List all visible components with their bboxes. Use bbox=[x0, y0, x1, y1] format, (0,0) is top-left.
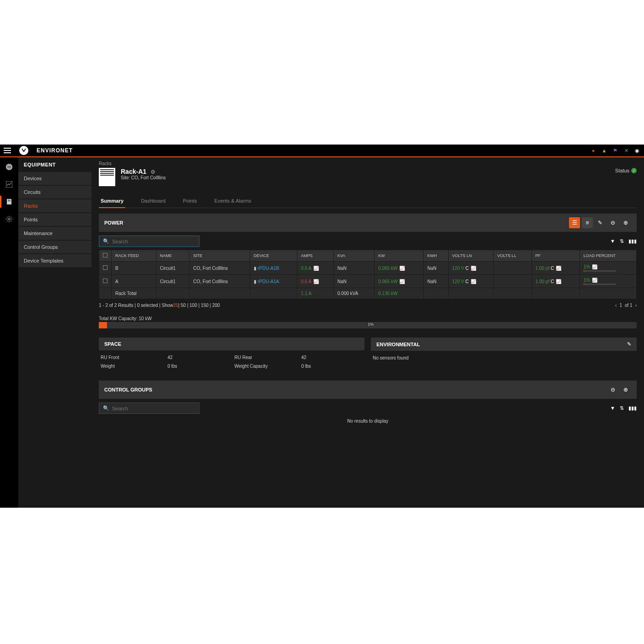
row-checkbox[interactable] bbox=[103, 279, 107, 283]
rail-equipment-icon[interactable] bbox=[5, 198, 13, 206]
chart-icon[interactable]: 📈 bbox=[592, 264, 597, 269]
view-grid-button[interactable]: ☰ bbox=[569, 217, 580, 228]
table-row: A Circuit1 CO, Fort Collllins ▮ rPDU-A1A… bbox=[99, 275, 637, 288]
cg-add-button[interactable]: ⊕ bbox=[620, 384, 631, 395]
main-content: Racks Rack-A1 ⚙ Site: CO, Fort Collllins… bbox=[91, 157, 644, 508]
columns-icon[interactable]: ▮▮▮ bbox=[628, 238, 637, 244]
page-subtitle: Site: CO, Fort Collllins bbox=[121, 175, 166, 180]
sidebar-item-control-groups[interactable]: Control Groups bbox=[18, 241, 91, 253]
user-icon[interactable]: ◉ bbox=[634, 147, 640, 154]
cg-remove-button[interactable]: ⊖ bbox=[607, 384, 618, 395]
tab-dashboard[interactable]: Dashboard bbox=[139, 194, 167, 208]
view-list-button[interactable]: ≡ bbox=[582, 217, 593, 228]
chart-icon[interactable]: 📈 bbox=[556, 266, 561, 271]
rack-icon bbox=[99, 168, 115, 186]
table-row-total: Rack Total 1.1 A0.000 kVA0.130 kW bbox=[99, 288, 637, 299]
tools-icon[interactable]: ⚑ bbox=[612, 147, 618, 154]
chart-icon[interactable]: 📈 bbox=[399, 279, 405, 284]
sidebar: EQUIPMENT Devices Circuits Racks Points … bbox=[18, 157, 91, 508]
edit-env-icon[interactable]: ✎ bbox=[627, 341, 631, 347]
add-button[interactable]: ⊕ bbox=[620, 217, 631, 228]
search-icon: 🔍 bbox=[103, 238, 109, 244]
tabs: Summary Dashboard Points Events & Alarms bbox=[99, 194, 637, 208]
environmental-panel: ENVIRONMENTAL✎ No sensors found bbox=[371, 338, 637, 373]
edit-button[interactable]: ✎ bbox=[595, 217, 606, 228]
table-row: B Circuit1 CO, Fort Collllins ▮ rPDU-A1B… bbox=[99, 262, 637, 275]
device-link[interactable]: rPDU-A1B bbox=[258, 266, 279, 271]
chart-icon[interactable]: 📈 bbox=[399, 266, 405, 271]
sidebar-item-device-templates[interactable]: Device Templates bbox=[18, 254, 91, 267]
sidebar-item-points[interactable]: Points bbox=[18, 213, 91, 226]
sort-icon[interactable]: ⇅ bbox=[620, 405, 624, 411]
status-badge: Status ✓ bbox=[615, 168, 637, 173]
chart-icon[interactable]: 📈 bbox=[471, 279, 476, 284]
rail-chart-icon[interactable] bbox=[5, 180, 13, 188]
rail-globe-icon[interactable] bbox=[5, 163, 13, 171]
sidebar-item-maintenance[interactable]: Maintenance bbox=[18, 227, 91, 240]
sidebar-item-devices[interactable]: Devices bbox=[18, 172, 91, 185]
hamburger-icon[interactable] bbox=[4, 148, 11, 153]
tab-events[interactable]: Events & Alarms bbox=[213, 194, 253, 208]
rail-settings-icon[interactable] bbox=[5, 215, 13, 223]
capacity-bar: 1% bbox=[99, 322, 637, 328]
remove-button[interactable]: ⊖ bbox=[607, 217, 618, 228]
logo-icon bbox=[19, 146, 28, 155]
sort-icon[interactable]: ⇅ bbox=[620, 238, 624, 244]
select-all-checkbox[interactable] bbox=[103, 253, 107, 258]
chart-icon[interactable]: 📈 bbox=[592, 278, 597, 283]
sidebar-title: EQUIPMENT bbox=[18, 157, 91, 172]
svg-rect-3 bbox=[8, 200, 11, 200]
svg-point-5 bbox=[8, 218, 10, 220]
sidebar-item-circuits[interactable]: Circuits bbox=[18, 186, 91, 199]
brand: ENVIRONET bbox=[37, 147, 73, 154]
gear-icon[interactable]: ⚙ bbox=[150, 169, 156, 175]
pager: 1 - 2 of 2 Results | 0 selected | Show 2… bbox=[99, 303, 637, 308]
breadcrumb[interactable]: Racks bbox=[99, 161, 637, 166]
prev-page-icon[interactable]: ‹ bbox=[615, 303, 617, 308]
chart-icon[interactable]: 📈 bbox=[313, 279, 319, 284]
power-search[interactable]: 🔍 bbox=[99, 236, 199, 247]
cg-no-results: No results to display bbox=[99, 414, 637, 428]
cg-search-input[interactable] bbox=[112, 406, 195, 411]
alert-warning-icon[interactable]: ▲ bbox=[601, 147, 607, 154]
filter-icon[interactable]: ▼ bbox=[610, 405, 615, 411]
device-link[interactable]: rPDU-A1A bbox=[258, 279, 279, 284]
next-page-icon[interactable]: › bbox=[635, 303, 637, 308]
sidebar-item-racks[interactable]: Racks bbox=[18, 199, 91, 212]
cg-section-header: CONTROL GROUPS ⊖ ⊕ bbox=[99, 381, 637, 399]
tab-points[interactable]: Points bbox=[181, 194, 199, 208]
cg-search[interactable]: 🔍 bbox=[99, 402, 199, 414]
tab-summary[interactable]: Summary bbox=[99, 194, 125, 208]
chart-icon[interactable]: 📈 bbox=[471, 266, 476, 271]
alert-error-icon[interactable]: ● bbox=[590, 147, 596, 154]
page-title: Rack-A1 bbox=[121, 168, 146, 175]
chart-icon[interactable]: 📈 bbox=[313, 266, 319, 271]
topbar: ENVIRONET ● ▲ ⚑ ✕ ◉ bbox=[0, 145, 644, 157]
space-panel: SPACE RU Front42 RU Rear42 Weight0 lbs W… bbox=[99, 338, 365, 373]
power-table: RACK FEED NAME SITE DEVICE AMPS KVA KW K… bbox=[99, 250, 637, 299]
wrench-icon[interactable]: ✕ bbox=[623, 147, 629, 154]
power-search-input[interactable] bbox=[112, 239, 195, 244]
filter-icon[interactable]: ▼ bbox=[610, 238, 615, 244]
svg-rect-4 bbox=[8, 201, 11, 201]
nav-rail bbox=[0, 157, 18, 508]
search-icon: 🔍 bbox=[103, 405, 109, 411]
row-checkbox[interactable] bbox=[103, 265, 107, 270]
columns-icon[interactable]: ▮▮▮ bbox=[628, 405, 637, 411]
capacity-label: Total KW Capacity: 10 kW bbox=[99, 316, 637, 321]
status-ok-icon: ✓ bbox=[631, 168, 637, 173]
chart-icon[interactable]: 📈 bbox=[556, 279, 561, 284]
power-section-header: POWER ☰ ≡ ✎ ⊖ ⊕ bbox=[99, 214, 637, 232]
svg-rect-2 bbox=[7, 199, 11, 204]
